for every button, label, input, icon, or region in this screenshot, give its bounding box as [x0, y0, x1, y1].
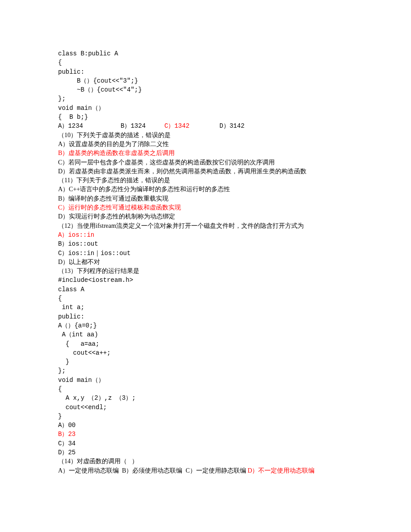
text-line: A）一定使用动态联编 B）必须使用动态联编 C）一定使用静态联编 D）不一定使用…: [58, 466, 353, 475]
text-line: public:: [58, 312, 353, 321]
text-line: A）ios::in: [58, 230, 353, 239]
text-line: {: [58, 58, 353, 67]
text-line: A（）{a=0;}: [58, 321, 353, 330]
text-line: D）以上都不对: [58, 258, 353, 267]
text-line: cout<<a++;: [58, 348, 353, 357]
text-line: }: [58, 357, 353, 366]
text-line: void main（）: [58, 104, 353, 113]
text-line: B）ios::out: [58, 239, 353, 248]
text-line: class B:public A: [58, 49, 353, 58]
text-line: C）运行时的多态性可通过模板和虚函数实现: [58, 203, 353, 212]
text-line: ~B（）{cout<<"4";}: [58, 85, 353, 94]
text-line: B（）{cout<<"3";}: [58, 76, 353, 85]
text-line: （11）下列关于多态性的描述，错误的是: [58, 176, 353, 185]
text-line: （10）下列关于虚基类的描述，错误的是: [58, 131, 353, 140]
text-segment: A）1234 B）1324: [58, 122, 164, 130]
text-segment: D）不一定使用动态联编: [247, 467, 315, 474]
text-segment: A）一定使用动态联编 B）必须使用动态联编 C）一定使用静态联编: [58, 467, 247, 474]
text-line: B）编译时的多态性可通过函数重载实现: [58, 194, 353, 203]
document-body: class B:public A{public: B（）{cout<<"3";}…: [58, 49, 353, 475]
text-line: int a;: [58, 303, 353, 312]
text-line: B）23: [58, 430, 353, 439]
text-line: C）ios::in｜ios::out: [58, 249, 353, 258]
text-line: （12）当使用ifstream流类定义一个流对象并打开一个磁盘文件时，文件的隐含…: [58, 222, 353, 230]
text-line: C）若同一层中包含多个虚基类，这些虚基类的构造函数按它们说明的次序调用: [58, 158, 353, 167]
text-line: public:: [58, 67, 353, 76]
text-line: A）C++语言中的多态性分为编译时的多态性和运行时的多态性: [58, 185, 353, 194]
text-line: D）25: [58, 448, 353, 457]
text-line: class A: [58, 285, 353, 294]
text-line: {: [58, 294, 353, 303]
text-line: };: [58, 94, 353, 103]
text-line: A）1234 B）1324 C）1342 D）3142: [58, 121, 353, 130]
text-line: （14）对虚函数的调用（ ）: [58, 457, 353, 466]
text-line: #include<iostream.h>: [58, 276, 353, 285]
text-line: C）34: [58, 439, 353, 448]
text-line: A）设置虚基类的目的是为了消除二义性: [58, 140, 353, 149]
text-line: B）虚基类的构造函数在非虚基类之后调用: [58, 149, 353, 158]
text-segment: C）1342: [164, 122, 189, 130]
text-line: A x,y （2）,z （3）;: [58, 394, 353, 402]
text-line: {: [58, 385, 353, 394]
text-line: { a=aa;: [58, 339, 353, 348]
text-line: { B b;}: [58, 113, 353, 121]
text-line: A）00: [58, 421, 353, 430]
text-line: D）实现运行时多态性的机制称为动态绑定: [58, 212, 353, 221]
text-line: void main（）: [58, 376, 353, 385]
text-segment: D）3142: [189, 122, 244, 130]
text-line: （13）下列程序的运行结果是: [58, 267, 353, 276]
text-line: };: [58, 366, 353, 375]
text-line: cout<<endl;: [58, 403, 353, 412]
text-line: A（int aa): [58, 330, 353, 339]
text-line: D）若虚基类由非虚基类派生而来，则仍然先调用基类构造函数，再调用派生类的构造函数: [58, 167, 353, 176]
text-line: }: [58, 412, 353, 421]
